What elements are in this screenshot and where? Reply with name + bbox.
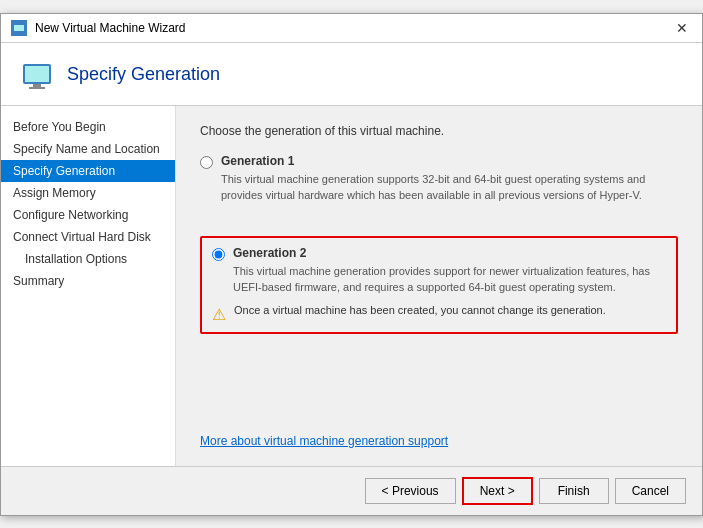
sidebar-item-specify-generation[interactable]: Specify Generation	[1, 160, 175, 182]
sidebar-item-specify-name[interactable]: Specify Name and Location	[1, 138, 175, 160]
sidebar-item-configure-networking[interactable]: Configure Networking	[1, 204, 175, 226]
sidebar-item-connect-vhd[interactable]: Connect Virtual Hard Disk	[1, 226, 175, 248]
generation2-desc: This virtual machine generation provides…	[233, 263, 666, 296]
generation2-radio[interactable]	[212, 248, 225, 261]
title-bar-left: New Virtual Machine Wizard	[11, 20, 186, 36]
header-icon	[21, 59, 53, 91]
generation2-block: Generation 2 This virtual machine genera…	[200, 236, 678, 334]
title-bar-text: New Virtual Machine Wizard	[35, 21, 186, 35]
sidebar-item-installation-options[interactable]: Installation Options	[1, 248, 175, 270]
right-panel: Choose the generation of this virtual ma…	[176, 106, 702, 466]
generation1-block: Generation 1 This virtual machine genera…	[200, 154, 678, 210]
svg-rect-1	[14, 25, 24, 31]
cancel-button[interactable]: Cancel	[615, 478, 686, 504]
page-title: Specify Generation	[67, 64, 220, 85]
svg-rect-5	[29, 87, 45, 89]
wizard-window: New Virtual Machine Wizard ✕ Specify Gen…	[0, 13, 703, 516]
svg-rect-4	[33, 84, 41, 87]
svg-rect-3	[25, 66, 49, 82]
footer: < Previous Next > Finish Cancel	[1, 466, 702, 515]
sidebar: Before You Begin Specify Name and Locati…	[1, 106, 176, 466]
finish-button[interactable]: Finish	[539, 478, 609, 504]
close-button[interactable]: ✕	[672, 20, 692, 36]
next-button[interactable]: Next >	[462, 477, 533, 505]
generation2-label[interactable]: Generation 2	[233, 246, 306, 260]
main-section: Before You Begin Specify Name and Locati…	[1, 106, 702, 466]
sidebar-item-summary[interactable]: Summary	[1, 270, 175, 292]
warning-box: ⚠ Once a virtual machine has been create…	[212, 304, 666, 324]
intro-text: Choose the generation of this virtual ma…	[200, 124, 678, 138]
generation1-option: Generation 1 This virtual machine genera…	[200, 154, 678, 204]
generation1-desc: This virtual machine generation supports…	[221, 171, 678, 204]
sidebar-item-assign-memory[interactable]: Assign Memory	[1, 182, 175, 204]
header-section: Specify Generation	[1, 43, 702, 106]
sidebar-item-before-you-begin[interactable]: Before You Begin	[1, 116, 175, 138]
generation2-content: Generation 2 This virtual machine genera…	[233, 246, 666, 296]
wizard-icon	[11, 20, 27, 36]
generation1-radio[interactable]	[200, 156, 213, 169]
generation1-content: Generation 1 This virtual machine genera…	[221, 154, 678, 204]
more-info-link[interactable]: More about virtual machine generation su…	[200, 414, 678, 448]
generation2-option: Generation 2 This virtual machine genera…	[212, 246, 666, 296]
title-bar: New Virtual Machine Wizard ✕	[1, 14, 702, 43]
generation1-label[interactable]: Generation 1	[221, 154, 294, 168]
warning-text: Once a virtual machine has been created,…	[234, 304, 606, 316]
previous-button[interactable]: < Previous	[365, 478, 456, 504]
warning-icon: ⚠	[212, 305, 226, 324]
